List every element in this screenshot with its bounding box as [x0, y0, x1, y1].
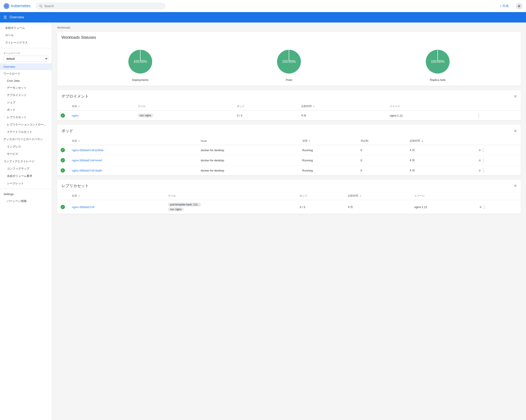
pods-name-sort-icon[interactable]: ⇕	[78, 140, 80, 142]
logs-icon[interactable]: ≡	[479, 205, 481, 209]
rs-pods-cell: 3 / 3	[296, 200, 344, 214]
sidebar-item-settings-group: Settings	[0, 191, 52, 197]
deployments-title: デプロイメント	[61, 94, 89, 99]
more-options-icon[interactable]: ⋮	[481, 158, 485, 162]
pod-name-cell: nginx-565bdd7c4f-rbq9v	[68, 166, 197, 176]
charts-row: 100.00% Deployments 100.00% Pods	[57, 43, 521, 86]
namespace-label: ネームスペース	[3, 52, 48, 55]
svg-text:100.00%: 100.00%	[133, 60, 147, 63]
rs-age-sort-icon[interactable]: ⇕	[360, 195, 361, 197]
pod-state-cell: Running	[299, 145, 357, 155]
replicasets-title: レプリカセット	[61, 183, 89, 188]
status-ok-icon: ✓	[61, 205, 65, 209]
pods-table: 名前 ⇕ Node 状態 ⇕ 再起動	[57, 137, 521, 176]
pod-actions-cell: ≡ ⋮	[475, 166, 521, 176]
sidebar-item-profile[interactable]: パーシーン情報	[0, 197, 52, 205]
layout: 永続ボリューム ロール ストレージクラス ネームスペース default Ove…	[0, 22, 526, 420]
nav-title: Overview	[10, 15, 24, 19]
pods-label: Pods	[286, 78, 292, 81]
deployments-col-pods: ポッド	[233, 102, 298, 110]
pods-header-row: 名前 ⇕ Node 状態 ⇕ 再起動	[57, 137, 521, 145]
name-sort-icon[interactable]: ⇕	[78, 105, 80, 107]
namespace-dropdown[interactable]: default	[3, 56, 48, 62]
replicasets-table: 名前 ⇕ ラベル ポッド 起動時間 ⇕	[57, 192, 521, 214]
table-row: ✓ nginx-565bdd7c4f-hmlxf docker-for-desk…	[57, 155, 521, 166]
sidebar-item-replica-sets[interactable]: レプリカセット	[0, 114, 52, 121]
sidebar-item-stateful-sets[interactable]: ステートフルセット	[0, 128, 52, 136]
deployments-header-row: 名前 ⇕ ラベル ポッド 起動時間 ⇕	[57, 102, 521, 110]
pods-pie-chart: 100.00%	[275, 48, 303, 76]
rs-image-cell: nginx:1.12	[411, 200, 476, 214]
rs-name-sort-icon[interactable]: ⇕	[78, 195, 80, 197]
pods-filter-icon[interactable]: ≡	[514, 129, 516, 133]
svg-point-2	[6, 3, 7, 4]
more-options-icon[interactable]: ⋮	[482, 205, 486, 209]
pod-node-cell: docker-for-desktop	[197, 166, 299, 176]
status-ok-icon: ✓	[61, 168, 65, 173]
logs-icon[interactable]: ≡	[479, 148, 481, 152]
replicasets-col-label: ラベル	[164, 192, 296, 200]
pod-actions-cell: ≡ ⋮	[475, 155, 521, 166]
pod-age-cell: 4 分	[406, 145, 475, 155]
pods-col-name: 名前 ⇕	[68, 137, 197, 145]
svg-point-3	[6, 8, 7, 9]
deployments-card: デプロイメント ≡ 名前 ⇕ ラベル ポッド	[57, 90, 521, 120]
deployment-label-cell: run: nginx	[134, 110, 233, 121]
page-title: Workloads	[57, 26, 521, 29]
svg-point-4	[4, 6, 5, 6]
status-ok-icon: ✓	[61, 113, 65, 118]
sidebar-item-services[interactable]: サービス	[0, 150, 52, 158]
deployment-name-link[interactable]: nginx	[72, 114, 79, 117]
sidebar-item-deployments[interactable]: デプロイメント	[0, 91, 52, 99]
rs-name-cell: nginx-565bdd7c4f	[68, 200, 164, 214]
logs-icon[interactable]: ≡	[479, 169, 481, 172]
sidebar-item-ingress[interactable]: イングレス	[0, 143, 52, 150]
sidebar-item-secrets[interactable]: シークレット	[0, 180, 52, 187]
pod-name-link[interactable]: nginx-565bdd7c4f-b28hw	[72, 149, 103, 152]
replicasets-filter-icon[interactable]: ≡	[514, 184, 516, 188]
sidebar-item-roles[interactable]: ロール	[0, 32, 52, 39]
sidebar-item-replication-controllers[interactable]: レプリケーションコントロー...	[0, 121, 52, 128]
status-cell: ✓	[57, 110, 68, 121]
header-actions: + 作成	[498, 3, 523, 10]
replicasets-pie-chart: 100.00%	[424, 48, 452, 76]
pods-col-age: 起動時間 ▲	[406, 137, 475, 145]
pods-card: ポッド ≡ 名前 ⇕ Node 状態	[57, 125, 521, 176]
notification-icon[interactable]	[516, 3, 523, 10]
sidebar-item-storage-classes[interactable]: ストレージクラス	[0, 39, 52, 46]
more-options-icon[interactable]: ⋮	[481, 148, 485, 152]
pod-name-link[interactable]: nginx-565bdd7c4f-hmlxf	[72, 159, 102, 162]
replicasets-header-row: 名前 ⇕ ラベル ポッド 起動時間 ⇕	[57, 192, 521, 200]
sidebar-item-workload-group: ワークロード	[0, 70, 52, 78]
sidebar-item-pods[interactable]: ポッド	[0, 106, 52, 114]
menu-icon[interactable]: ☰	[3, 15, 7, 20]
deployments-col-image: イメージ	[386, 102, 473, 110]
pod-name-link[interactable]: nginx-565bdd7c4f-rbq9v	[72, 169, 102, 172]
logs-icon[interactable]: ≡	[479, 158, 481, 162]
deployments-chart: 100.00% Deployments	[126, 48, 154, 81]
pods-state-sort-icon[interactable]: ⇕	[309, 140, 310, 142]
search-bar[interactable]	[36, 3, 166, 10]
pods-age-sort-icon[interactable]: ▲	[421, 140, 423, 142]
sidebar-item-daemon-sets[interactable]: デーモンセット	[0, 84, 52, 91]
sidebar-item-persistent-volumes[interactable]: 永続ボリューム	[0, 24, 52, 32]
rs-label-tag-2: run: nginx	[168, 207, 184, 211]
search-icon	[39, 4, 42, 8]
pods-header: ポッド ≡	[57, 125, 521, 137]
sidebar-item-overview[interactable]: Overview	[0, 63, 52, 70]
search-input[interactable]	[44, 4, 162, 8]
svg-point-21	[519, 7, 519, 7]
sidebar-item-pvc[interactable]: 永続ボリューム要求	[0, 172, 52, 180]
sidebar-item-jobs[interactable]: ジョブ	[0, 99, 52, 106]
deployments-filter-icon[interactable]: ≡	[514, 94, 516, 99]
replicasets-col-name: 名前 ⇕	[68, 192, 164, 200]
rs-name-link[interactable]: nginx-565bdd7c4f	[72, 205, 94, 209]
more-options-icon[interactable]: ⋮	[481, 168, 485, 173]
create-button[interactable]: + 作成	[498, 3, 510, 9]
deployments-label: Deployments	[132, 78, 149, 81]
deployments-col-age: 起動時間 ⇕	[298, 102, 386, 110]
sidebar-item-configmaps[interactable]: コンフィグマップ	[0, 165, 52, 172]
age-sort-icon[interactable]: ⇕	[313, 105, 314, 107]
sidebar-item-cron-jobs[interactable]: Cron Jobs	[0, 78, 52, 84]
more-options-icon[interactable]: ⋮	[477, 113, 481, 118]
